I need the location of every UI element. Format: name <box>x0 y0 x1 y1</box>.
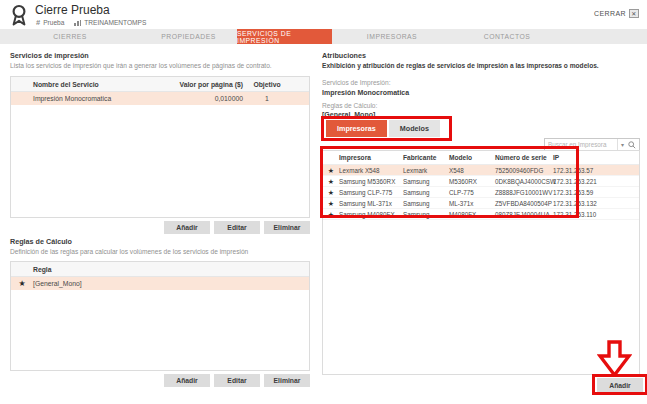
printer-maker: Samsung <box>403 211 449 218</box>
printer-ip: 172.31.253.110 <box>553 211 605 218</box>
rules-table-header: Regla <box>11 262 309 277</box>
services-delete-button[interactable]: Eliminar <box>264 221 310 234</box>
header-subtitle: # Prueba TREINAMENTOMPS <box>36 18 146 27</box>
service-field-value: Impresión Monocromatica <box>322 89 409 96</box>
hash-icon: # <box>36 18 40 27</box>
rules-add-button[interactable]: Añadir <box>164 374 210 387</box>
attributions-title: Atribuciones <box>322 51 366 60</box>
printer-ip: 172.31.253.221 <box>553 178 605 185</box>
printer-ip: 172.31.253.57 <box>553 167 605 174</box>
printer-model: CLP-775 <box>449 189 495 196</box>
favorite-star-icon[interactable]: ★ <box>328 167 334 174</box>
tab-propiedades[interactable]: PROPIEDADES <box>140 29 237 44</box>
rule-row-selected[interactable]: ★ [General_Mono] <box>11 277 309 290</box>
printer-col-maker[interactable]: Fabricante <box>403 154 449 161</box>
attributions-add-button[interactable]: Añadir <box>597 378 643 392</box>
search-input[interactable] <box>545 141 617 148</box>
printer-name: Samsung CLP-775 <box>339 189 403 196</box>
printer-serial: Z8888JFG10001WV <box>495 189 553 196</box>
view-tab-modelos[interactable]: Modelos <box>389 120 440 137</box>
services-table-header: Nombre del Servicio Valor por página ($)… <box>11 77 309 92</box>
tab-impresoras[interactable]: IMPRESORAS <box>332 29 452 44</box>
services-add-button[interactable]: Añadir <box>164 221 210 234</box>
award-ribbon-icon <box>10 4 28 26</box>
printer-name: Samsung ML-371x <box>339 200 403 207</box>
printer-table-header: Impresora Fabricante Modelo Número de se… <box>323 151 639 165</box>
printer-maker: Samsung <box>403 189 449 196</box>
printer-name: Samsung M4080FX <box>339 211 403 218</box>
printer-model: X548 <box>449 167 495 174</box>
printer-row[interactable]: ★ Lexmark X548 Lexmark X548 7525009460FD… <box>323 165 639 176</box>
printer-maker: Lexmark <box>403 167 449 174</box>
view-tab-impresoras[interactable]: Impresoras <box>326 120 387 137</box>
services-col-name[interactable]: Nombre del Servicio <box>33 81 173 88</box>
attributions-description: Exhibición y atribución de reglas de ser… <box>322 62 599 69</box>
close-button[interactable]: CERRAR ✕ <box>594 9 639 18</box>
favorite-star-icon[interactable]: ★ <box>328 211 334 218</box>
favorite-star-icon[interactable]: ★ <box>328 200 334 207</box>
printer-serial: 080Z8JEJ40004UA <box>495 211 553 218</box>
company-name: TREINAMENTOMPS <box>74 19 146 26</box>
service-name: Impresión Monocromatica <box>33 95 173 102</box>
printer-row[interactable]: ★ Samsung CLP-775 Samsung CLP-775 Z8888J… <box>323 187 639 198</box>
printer-row[interactable]: ★ Samsung M4080FX Samsung M4080FX 080Z8J… <box>323 209 639 220</box>
printer-col-model[interactable]: Modelo <box>449 154 495 161</box>
printer-ip: 172.31.253.132 <box>553 200 605 207</box>
close-icon[interactable]: ✕ <box>629 9 639 18</box>
printer-row[interactable]: ★ Samsung M5360RX Samsung M5360RX 0DK8BQ… <box>323 176 639 187</box>
printer-maker: Samsung <box>403 178 449 185</box>
rule-field-value: [General_Mono] <box>322 111 375 118</box>
printer-col-serial[interactable]: Número de serie <box>495 154 553 161</box>
close-label: CERRAR <box>594 10 626 17</box>
favorite-star-icon[interactable]: ★ <box>328 189 334 196</box>
services-section-description: Lista los servicios de impresión que irá… <box>10 62 272 69</box>
favorite-star-icon: ★ <box>18 279 25 288</box>
printer-ip: 172.31.253.59 <box>553 189 605 196</box>
printer-table: Impresora Fabricante Modelo Número de se… <box>323 151 639 220</box>
services-edit-button[interactable]: Editar <box>214 221 260 234</box>
rule-field-label: Reglas de Cálculo: <box>322 102 377 109</box>
printer-serial: Z5VFBDA8400504P <box>495 200 553 207</box>
contract-tag-label: Prueba <box>43 19 64 26</box>
main-tabbar: CIERRES PROPIEDADES SERVICIOS DE IMPRESI… <box>0 29 647 44</box>
printer-row[interactable]: ★ Samsung ML-371x Samsung ML-371x Z5VFBD… <box>323 198 639 209</box>
services-section-title: Servicios de impresión <box>10 51 89 60</box>
printer-model: M5360RX <box>449 178 495 185</box>
tab-contactos[interactable]: CONTACTOS <box>452 29 562 44</box>
rules-delete-button[interactable]: Eliminar <box>264 374 310 387</box>
service-field-label: Servicios de Impresión: <box>322 79 391 86</box>
rules-table: Regla ★ [General_Mono] <box>10 261 310 371</box>
printer-model: ML-371x <box>449 200 495 207</box>
page-title: Cierre Prueba <box>35 3 110 17</box>
rules-section-title: Reglas de Cálculo <box>10 237 72 246</box>
services-actions: Añadir Editar Eliminar <box>10 221 310 234</box>
services-col-value[interactable]: Valor por página ($) <box>173 81 243 88</box>
service-row-selected[interactable]: Impresión Monocromatica 0,010000 1 <box>11 92 309 105</box>
rules-col-rule[interactable]: Regla <box>33 266 309 273</box>
printer-col-name[interactable]: Impresora <box>339 154 403 161</box>
printer-serial: 7525009460FDG <box>495 167 553 174</box>
rules-edit-button[interactable]: Editar <box>214 374 260 387</box>
company-icon <box>74 20 81 26</box>
contract-tag: # Prueba <box>36 18 64 27</box>
tab-servicios-de-impresion[interactable]: SERVICIOS DE IMPRESIÓN <box>237 29 332 44</box>
printer-serial: 0DK8BQAJ4000CSW <box>495 178 553 185</box>
filter-caret-icon[interactable]: ▾ <box>617 139 627 150</box>
printer-maker: Samsung <box>403 200 449 207</box>
view-switcher: Impresoras Modelos <box>326 120 440 137</box>
favorite-star-icon[interactable]: ★ <box>328 178 334 185</box>
services-col-target[interactable]: Objetivo <box>243 81 291 88</box>
rules-section-description: Definición de las reglas para calcular l… <box>10 248 248 255</box>
services-table: Nombre del Servicio Valor por página ($)… <box>10 76 310 218</box>
print-services-window: Cierre Prueba # Prueba TREINAMENTOMPS CE… <box>0 0 647 404</box>
rule-name: [General_Mono] <box>33 280 309 287</box>
printer-list-panel: Impresora Fabricante Modelo Número de se… <box>322 150 640 375</box>
company-label: TREINAMENTOMPS <box>84 19 146 26</box>
printer-col-ip[interactable]: IP <box>553 154 605 161</box>
printer-model: M4080FX <box>449 211 495 218</box>
printer-name: Lexmark X548 <box>339 167 403 174</box>
service-target: 1 <box>243 95 291 102</box>
tab-cierres[interactable]: CIERRES <box>0 29 140 44</box>
search-icon[interactable] <box>627 141 639 149</box>
tabbar-filler <box>562 29 647 44</box>
